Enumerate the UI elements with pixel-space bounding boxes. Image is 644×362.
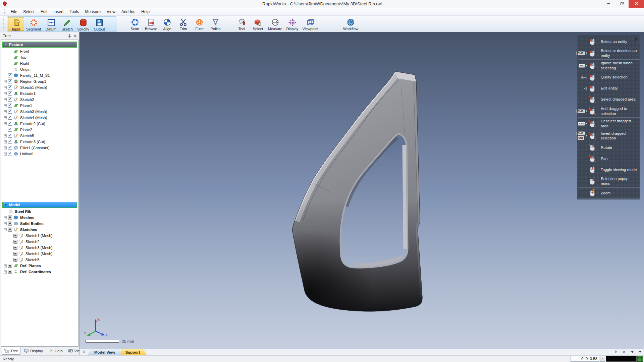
expand-toggle-icon[interactable] bbox=[4, 146, 7, 149]
menu-item[interactable]: Insert bbox=[50, 8, 66, 15]
panel-tab[interactable]: ? Help bbox=[46, 347, 65, 354]
close-button[interactable] bbox=[629, 0, 644, 8]
toolbar-button[interactable]: Viewpoint bbox=[301, 17, 321, 31]
toolbar-button[interactable]: Solidify bbox=[75, 17, 91, 31]
tree-item[interactable]: Extrude2 (Cut) bbox=[1, 121, 78, 127]
tree-item[interactable]: Extrude1 bbox=[1, 90, 78, 97]
expand-toggle-icon[interactable] bbox=[4, 92, 7, 95]
view-tab[interactable]: Model View bbox=[88, 349, 122, 355]
toolbar-button[interactable]: Display bbox=[284, 17, 301, 31]
expand-toggle-icon[interactable] bbox=[4, 222, 7, 225]
toolbar-button[interactable]: Output bbox=[91, 17, 107, 31]
expand-toggle-icon[interactable] bbox=[4, 104, 7, 107]
visibility-checkbox[interactable] bbox=[8, 264, 12, 268]
toolbar-button[interactable]: Workflow bbox=[341, 17, 360, 31]
item-checkbox[interactable] bbox=[8, 140, 12, 144]
toolbar-button[interactable]: Fuse bbox=[192, 17, 208, 31]
tree-item[interactable]: Solid Bodies bbox=[1, 221, 78, 227]
model-section-header[interactable]: ▼ Model bbox=[2, 202, 77, 208]
item-checkbox[interactable] bbox=[8, 128, 12, 132]
resize-grip[interactable] bbox=[637, 356, 643, 362]
visibility-checkbox[interactable] bbox=[8, 270, 12, 274]
tree-item[interactable]: Sketch2 bbox=[1, 97, 78, 103]
menu-item[interactable]: Edit bbox=[38, 8, 51, 15]
feature-section-header[interactable]: ▼ Feature bbox=[2, 42, 77, 48]
views-menu-button[interactable] bbox=[637, 349, 643, 355]
visibility-checkbox[interactable] bbox=[13, 258, 17, 262]
toolbar-button[interactable]: Datum bbox=[43, 17, 59, 31]
item-checkbox[interactable] bbox=[8, 134, 12, 138]
tree-item[interactable]: Family_11_M_S1 bbox=[1, 72, 78, 78]
tree-item[interactable]: Right bbox=[1, 60, 78, 66]
expand-toggle-icon[interactable] bbox=[4, 216, 7, 219]
toolbar-button[interactable]: Measure bbox=[266, 17, 284, 31]
visibility-checkbox[interactable] bbox=[13, 234, 17, 238]
collapse-hints-button[interactable] bbox=[633, 37, 638, 42]
tree-item[interactable]: Plane1 bbox=[1, 103, 78, 109]
counter-dropdown-button[interactable] bbox=[600, 356, 605, 362]
expand-toggle-icon[interactable] bbox=[4, 80, 7, 83]
expand-toggle-icon[interactable] bbox=[4, 98, 7, 101]
menu-item[interactable]: Select bbox=[20, 8, 37, 15]
tree-item[interactable]: Sketch4 (Mesh) bbox=[1, 251, 78, 257]
close-view-button[interactable] bbox=[621, 349, 627, 355]
tree-item[interactable]: Ref. Coordinates bbox=[1, 269, 78, 275]
tree-item[interactable]: Sketch4 (Mesh) bbox=[1, 115, 78, 121]
visibility-checkbox[interactable] bbox=[8, 228, 12, 232]
panel-tab[interactable]: Display bbox=[22, 347, 45, 354]
toolbar-button[interactable]: Polish bbox=[208, 17, 224, 31]
visibility-checkbox[interactable] bbox=[13, 246, 17, 250]
item-checkbox[interactable] bbox=[8, 79, 12, 83]
toolbar-button[interactable]: Select bbox=[250, 17, 266, 31]
visibility-checkbox[interactable] bbox=[8, 222, 12, 226]
tree-item[interactable]: Sketch1 (Mesh) bbox=[1, 233, 78, 239]
tree-item[interactable]: Ref. Planes bbox=[1, 263, 78, 269]
toolbar-button[interactable]: Browse bbox=[143, 17, 159, 31]
tree-item[interactable]: Sketch1 (Mesh) bbox=[1, 84, 78, 90]
item-checkbox[interactable] bbox=[8, 122, 12, 126]
expand-toggle-icon[interactable] bbox=[4, 270, 7, 274]
tree-item[interactable]: Sketches bbox=[1, 227, 78, 233]
toolbar-button[interactable]: Input bbox=[8, 17, 24, 31]
item-checkbox[interactable] bbox=[8, 104, 12, 108]
tree-item-root[interactable]: Steel Rib bbox=[1, 208, 78, 215]
restore-button[interactable] bbox=[615, 0, 629, 8]
menu-item[interactable]: File bbox=[8, 8, 20, 15]
tree-item[interactable]: Plane2 bbox=[1, 127, 78, 133]
tree-item[interactable]: Sketch2 bbox=[1, 239, 78, 245]
toolbar-button[interactable]: Align bbox=[159, 17, 175, 31]
panel-tab[interactable]: Tree bbox=[2, 347, 20, 355]
tree-item[interactable]: Origin bbox=[1, 66, 78, 72]
expand-toggle-icon[interactable] bbox=[4, 116, 7, 119]
next-view-button[interactable] bbox=[629, 349, 635, 355]
menu-item[interactable]: View bbox=[104, 8, 118, 15]
expand-toggle-icon[interactable] bbox=[4, 140, 7, 143]
tree-item[interactable]: Sketch5 bbox=[1, 133, 78, 139]
expand-toggle-icon[interactable] bbox=[4, 110, 7, 113]
visibility-checkbox[interactable] bbox=[13, 240, 17, 244]
item-checkbox[interactable] bbox=[8, 116, 12, 120]
expand-toggle-icon[interactable] bbox=[4, 86, 7, 89]
menu-item[interactable]: Tools bbox=[66, 8, 82, 15]
tree-item[interactable]: Extrude3 (Cut) bbox=[1, 139, 78, 145]
expand-toggle-icon[interactable] bbox=[4, 122, 7, 125]
toolbar-button[interactable]: Segment bbox=[24, 17, 43, 31]
tree-item[interactable]: Front bbox=[1, 48, 78, 54]
toolbar-button[interactable]: Sketch bbox=[59, 17, 75, 31]
close-panel-button[interactable] bbox=[73, 34, 78, 39]
tree-item[interactable]: Top bbox=[1, 54, 78, 60]
toolbar-button[interactable]: Trim bbox=[175, 17, 192, 31]
steel-rib-model[interactable] bbox=[79, 32, 644, 349]
tree-item[interactable]: Sketch3 (Mesh) bbox=[1, 245, 78, 251]
tree-item[interactable]: Meshes bbox=[1, 215, 78, 221]
visibility-checkbox[interactable] bbox=[8, 216, 12, 220]
toolbar-button[interactable]: Scan bbox=[127, 17, 143, 31]
menu-item[interactable]: Help bbox=[138, 8, 153, 15]
pin-panel-button[interactable] bbox=[67, 34, 72, 39]
scroll-tabs-right-button[interactable] bbox=[613, 349, 619, 355]
item-checkbox[interactable] bbox=[8, 85, 12, 89]
item-checkbox[interactable] bbox=[8, 110, 12, 114]
menu-item[interactable]: Measure bbox=[82, 8, 104, 15]
visibility-checkbox[interactable] bbox=[13, 252, 17, 256]
tree-item[interactable]: Fillet1 (Constant) bbox=[1, 145, 78, 151]
